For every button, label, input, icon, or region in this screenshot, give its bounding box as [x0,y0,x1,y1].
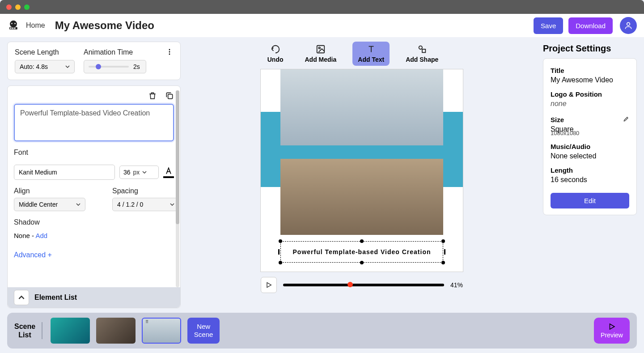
svg-rect-11 [168,94,173,99]
scene-more-icon[interactable] [166,48,173,55]
app-logo-icon [7,19,20,32]
ps-size-dim: 1080x1080 [551,130,629,136]
scene-length-select[interactable]: Auto: 4.8s [15,60,75,73]
scene-thumb-1[interactable] [51,318,90,344]
scene-list-label: Scene List [14,322,42,339]
canvas-image-top[interactable] [280,69,443,145]
svg-rect-4 [14,27,16,29]
play-button[interactable] [261,277,277,293]
text-color-button[interactable] [163,166,174,178]
playback-row: 41% [261,277,463,293]
font-name-input[interactable] [14,165,115,180]
svg-point-8 [169,49,170,51]
add-media-label: Add Media [305,56,337,63]
anim-time-slider-box: 2s [84,60,146,73]
project-edit-button[interactable]: Edit [551,193,629,208]
duplicate-icon[interactable] [165,91,174,100]
project-settings-panel: Project Settings Title My Awesome Video … [543,42,644,353]
scene-settings-card: Scene Length Auto: 4.8s Animation Time 2… [7,42,181,80]
home-link[interactable]: Home [26,21,45,30]
app-header: Home My Awesome Video Save Download [0,14,644,37]
svg-point-10 [169,54,170,55]
align-label: Align [14,187,85,195]
shadow-label: Shadow [14,218,174,226]
text-content-input[interactable] [14,104,174,141]
anim-time-value: 2s [133,63,140,70]
maximize-window-icon[interactable] [24,4,30,10]
element-list-label: Element List [34,293,77,302]
svg-point-5 [11,23,13,24]
anim-time-slider[interactable] [89,66,129,68]
shadow-value: None - [14,232,35,239]
align-value: Middle Center [19,201,58,208]
scene-length-value: Auto: 4.8s [20,63,48,70]
add-shape-button[interactable]: Add Shape [400,42,444,66]
add-media-button[interactable]: Add Media [300,42,342,66]
spacing-select[interactable]: 4 / 1.2 / 0 [112,198,179,211]
ps-music-label: Music/Audio [551,143,629,150]
new-scene-button[interactable]: New Scene [187,318,220,344]
undo-label: Undo [267,56,284,63]
canvas-area: Undo Add Media Add Text Add Shape [181,42,543,353]
font-size-unit: px [133,169,140,176]
ps-size-edit-icon[interactable] [623,116,629,122]
svg-point-9 [169,51,170,53]
element-list-toggle-button[interactable] [14,290,29,305]
minimize-window-icon[interactable] [15,4,21,10]
scene-length-label: Scene Length [15,48,75,56]
svg-point-14 [419,46,422,49]
preview-button[interactable]: Preview [594,318,630,344]
ps-length-label: Length [551,166,629,174]
project-settings-heading: Project Settings [543,43,637,54]
svg-rect-15 [422,49,425,52]
add-text-label: Add Text [358,56,384,63]
font-label: Font [14,149,174,157]
shadow-value-line: None - Add [14,232,174,239]
add-text-button[interactable]: Add Text [352,42,390,66]
svg-point-0 [10,21,17,28]
canvas-toolbar: Undo Add Media Add Text Add Shape [262,42,444,66]
scene-thumb-2[interactable] [96,318,136,344]
align-select[interactable]: Middle Center [14,198,85,211]
canvas-image-bottom[interactable] [280,159,443,235]
canvas[interactable]: Powerful Template-based Video Creation [261,69,463,272]
element-list-bar: Element List [8,287,180,308]
project-title: My Awesome Video [55,19,154,32]
preview-label: Preview [601,332,623,339]
editor-scrollbar[interactable] [176,90,179,287]
anim-time-label: Animation Time [84,48,146,56]
ps-title-value: My Awesome Video [551,76,629,84]
advanced-toggle-link[interactable]: Advanced + [14,251,174,259]
download-button[interactable]: Download [568,17,613,34]
font-size-select[interactable]: 36 px [119,166,159,179]
shadow-add-link[interactable]: Add [35,232,47,239]
user-avatar-button[interactable] [620,17,637,34]
scene-thumb-3-active[interactable] [142,318,181,344]
ps-length-value: 16 seconds [551,176,629,184]
add-shape-label: Add Shape [406,56,438,63]
canvas-text: Powerful Template-based Video Creation [280,241,443,263]
canvas-text-selection[interactable]: Powerful Template-based Video Creation [280,241,443,263]
save-button[interactable]: Save [534,17,563,34]
left-sidebar: Scene Length Auto: 4.8s Animation Time 2… [0,42,181,308]
delete-icon[interactable] [148,91,157,100]
ps-logo-label: Logo & Position [551,90,629,98]
spacing-label: Spacing [112,187,179,195]
progress-label: 41% [450,281,463,289]
ps-title-label: Title [551,67,629,74]
window-titlebar [0,0,644,14]
svg-rect-12 [317,46,325,53]
font-size-value: 36 [123,169,131,176]
svg-point-6 [14,23,16,24]
ps-size-label: Size [551,116,564,123]
svg-point-7 [627,22,630,26]
scene-list-bar: Scene List New Scene Preview [7,313,637,349]
spacing-value: 4 / 1.2 / 0 [117,201,143,208]
svg-rect-3 [12,27,13,29]
svg-point-13 [318,47,320,49]
progress-slider[interactable] [283,284,444,286]
undo-button[interactable]: Undo [262,42,289,66]
ps-music-value: None selected [551,152,629,160]
ps-logo-value: none [551,100,629,108]
close-window-icon[interactable] [6,4,12,10]
